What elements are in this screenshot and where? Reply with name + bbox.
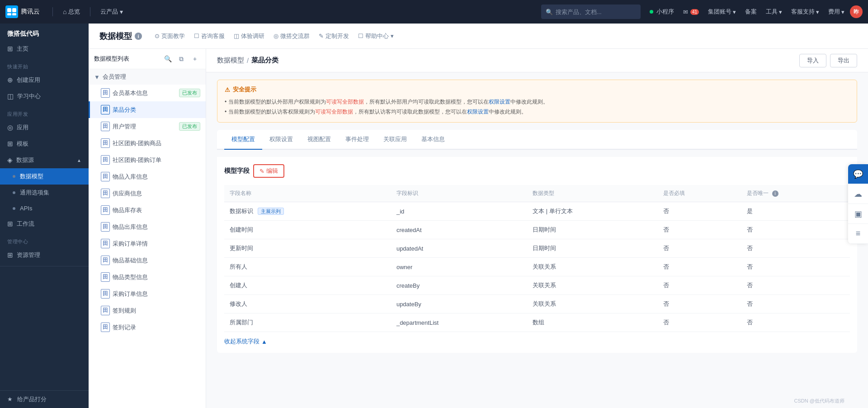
chevron-down-icon3: ▾ <box>779 9 782 15</box>
model-item-outbound[interactable]: 田 物品出库信息 <box>89 218 206 235</box>
model-item-inventory[interactable]: 田 物品库存表 <box>89 202 206 218</box>
model-item-label8: 物品库存表 <box>113 206 142 214</box>
sidebar-section-quickstart: 快速开始 <box>0 57 89 72</box>
logo[interactable]: 腾讯云 <box>5 5 40 18</box>
svg-rect-0 <box>7 8 11 12</box>
tab-basic-info[interactable]: 基本信息 <box>414 130 452 150</box>
tab-relations[interactable]: 关联应用 <box>376 130 414 150</box>
field-table-header-row: 字段名称 字段标识 数据类型 是否必填 是否唯一 i <box>224 185 850 202</box>
col-required: 是否必填 <box>658 185 741 202</box>
page-title: 数据模型 i <box>99 31 142 42</box>
sidebar-item-template[interactable]: ⊞ 模板 <box>0 136 89 152</box>
model-item-dish-cat[interactable]: 田 菜品分类 <box>89 101 206 118</box>
unique-info-icon[interactable]: i <box>772 190 778 197</box>
model-item-label9: 物品出库信息 <box>113 223 148 231</box>
field-table-head: 字段名称 字段标识 数据类型 是否必填 是否唯一 i <box>224 185 850 202</box>
mail-btn[interactable]: ✉ 41 <box>679 0 703 24</box>
model-item-label11: 物品基础信息 <box>113 256 148 265</box>
sidebar-item-create-app[interactable]: ⊕ 创建应用 <box>0 72 89 88</box>
resource-icon: ⊞ <box>7 251 13 259</box>
page-info-icon[interactable]: i <box>135 33 142 40</box>
field-type-cell: 日期时间 <box>527 221 658 239</box>
tab-model-config[interactable]: 模型配置 <box>224 130 262 150</box>
field-id-cell: _departmentList <box>391 313 527 332</box>
nav-survey[interactable]: ◫ 体验调研 <box>232 32 266 40</box>
field-required-cell: 否 <box>658 295 741 313</box>
permission-link1[interactable]: 权限设置 <box>489 99 510 105</box>
add-model-btn[interactable]: + <box>189 53 200 64</box>
model-item-inbound[interactable]: 田 物品入库信息 <box>89 168 206 185</box>
exchange-icon: ◎ <box>274 33 278 39</box>
sidebar-item-apis[interactable]: APIs <box>0 201 89 216</box>
tab-view-config[interactable]: 视图配置 <box>300 130 338 150</box>
field-name-cell: 修改人 <box>224 295 391 313</box>
sidebar-item-learn[interactable]: ◫ 学习中心 <box>0 88 89 104</box>
account-group-btn[interactable]: 集团账号 ▾ <box>704 0 740 24</box>
model-group-header-member[interactable]: ▼ 会员管理 <box>89 69 206 85</box>
sidebar-item-data-model[interactable]: 数据模型 <box>0 168 89 185</box>
sidebar: 微搭低代码 ⊞ 主页 快速开始 ⊕ 创建应用 ◫ 学习中心 应用开发 ◎ 应用 … <box>0 24 89 408</box>
model-item-user-mgmt[interactable]: 田 用户管理 已发布 <box>89 118 206 135</box>
import-btn[interactable]: 导入 <box>799 54 826 67</box>
sidebar-item-option-set[interactable]: 通用选项集 <box>0 185 89 201</box>
model-item-checkin-log[interactable]: 田 签到记录 <box>89 319 206 336</box>
float-btns: 💬 ☁ ▣ ≡ <box>848 164 868 244</box>
model-item-group-goods[interactable]: 田 社区团购-团购商品 <box>89 135 206 152</box>
sidebar-item-datasource[interactable]: ◈ 数据源 ▲ <box>0 152 89 168</box>
sidebar-item-resource[interactable]: ⊞ 资源管理 <box>0 247 89 263</box>
model-item-group-order[interactable]: 田 社区团购-团购订单 <box>89 152 206 168</box>
nav-home[interactable]: ⌂ 总览 <box>58 0 85 24</box>
float-qr-btn[interactable]: ▣ <box>848 204 868 224</box>
tools-btn[interactable]: 工具 ▾ <box>762 0 786 24</box>
model-item-member-basic[interactable]: 田 会员基本信息 已发布 <box>89 85 206 101</box>
field-id-cell: createBy <box>391 276 527 295</box>
table-row: 所有人 owner 关联关系 否 否 <box>224 258 850 276</box>
field-type-cell: 关联关系 <box>527 276 658 295</box>
sidebar-item-app[interactable]: ◎ 应用 <box>0 119 89 136</box>
breadcrumb-parent: 数据模型 <box>217 56 244 65</box>
collapse-system-fields-btn[interactable]: 收起系统字段 ▲ <box>224 337 850 346</box>
nav-divider2 <box>90 7 90 16</box>
sec-header-nav: ⊙ 页面教学 ☐ 咨询客服 ◫ 体验调研 ◎ 微搭交流群 ✎ 定制开发 <box>153 32 396 40</box>
copy-model-btn[interactable]: ⧉ <box>176 53 187 64</box>
template-icon: ⊞ <box>7 140 13 148</box>
tab-event[interactable]: 事件处理 <box>338 130 376 150</box>
tab-permission[interactable]: 权限设置 <box>262 130 300 150</box>
support-btn[interactable]: 客服支持 ▾ <box>788 0 823 24</box>
nav-page-tutorial[interactable]: ⊙ 页面教学 <box>153 32 187 40</box>
backup-btn[interactable]: 备案 <box>741 0 760 24</box>
table-icon12: 田 <box>101 272 110 282</box>
float-menu-btn[interactable]: ≡ <box>848 224 868 244</box>
search-input[interactable] <box>556 9 636 15</box>
sidebar-item-workflow[interactable]: ⊞ 工作流 <box>0 216 89 232</box>
edit-fields-btn[interactable]: ✎ 编辑 <box>253 164 284 178</box>
nav-exchange[interactable]: ◎ 微搭交流群 <box>272 32 311 40</box>
nav-help[interactable]: ☐ 帮助中心 ▾ <box>356 32 396 40</box>
model-item-label4: 社区团购-团购商品 <box>113 139 161 147</box>
float-cloud-btn[interactable]: ☁ <box>848 184 868 204</box>
export-btn[interactable]: 导出 <box>830 54 857 67</box>
dot-icon <box>13 175 15 178</box>
model-item-po-detail[interactable]: 田 采购订单详情 <box>89 235 206 252</box>
miniapp-dot <box>650 10 653 14</box>
sidebar-bottom[interactable]: ★ 给产品打分 <box>0 390 89 408</box>
model-item-po-info[interactable]: 田 采购订单信息 <box>89 285 206 302</box>
search-models-btn[interactable]: 🔍 <box>162 53 173 64</box>
nav-custom[interactable]: ✎ 定制开发 <box>317 32 351 40</box>
warning-icon: ⚠ <box>225 86 230 93</box>
model-item-supplier[interactable]: 田 供应商信息 <box>89 185 206 202</box>
miniapp-btn[interactable]: 小程序 <box>646 0 678 24</box>
permission-link2[interactable]: 权限设置 <box>467 109 489 115</box>
user-avatar[interactable]: 昨 <box>850 5 863 18</box>
nav-products[interactable]: 云产品 ▾ <box>96 0 127 24</box>
custom-icon: ✎ <box>319 33 324 39</box>
model-item-checkin-rule[interactable]: 田 签到规则 <box>89 302 206 319</box>
model-item-item-type[interactable]: 田 物品类型信息 <box>89 269 206 285</box>
model-item-item-basic[interactable]: 田 物品基础信息 <box>89 252 206 269</box>
model-list-panel: 数据模型列表 🔍 ⧉ + ▼ 会员管理 田 会员基本信息 <box>89 49 206 408</box>
nav-consult[interactable]: ☐ 咨询客服 <box>192 32 226 40</box>
table-icon14: 田 <box>101 306 110 315</box>
sidebar-item-home[interactable]: ⊞ 主页 <box>0 41 89 57</box>
cost-btn[interactable]: 费用 ▾ <box>825 0 848 24</box>
float-chat-btn[interactable]: 💬 <box>848 164 868 184</box>
